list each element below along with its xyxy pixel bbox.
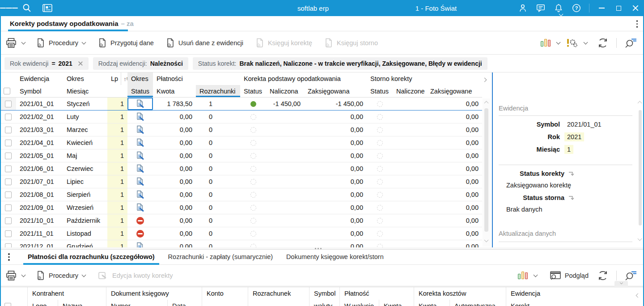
row-checkbox[interactable] [5, 153, 12, 159]
cell-rozrachunki[interactable]: 0 [196, 149, 240, 162]
cell-zaksiegowane[interactable]: 0,00 [427, 175, 482, 188]
row-checkbox[interactable] [5, 191, 12, 198]
goto-arrow-icon[interactable] [568, 195, 575, 201]
minimize-button[interactable] [593, 0, 610, 16]
cell-zaksiegowana[interactable]: 0,00 [304, 214, 367, 227]
row-checkbox[interactable] [5, 217, 12, 224]
hamburger-menu-icon[interactable] [0, 0, 18, 16]
header-miesiac[interactable]: Miesiąc [63, 85, 107, 97]
chart-icon[interactable] [541, 39, 551, 47]
bottom-chart-icon[interactable] [518, 272, 528, 279]
header-kontrahent[interactable]: Kontrahent [28, 287, 106, 300]
cell-zaksiegowane[interactable]: 0,00 [427, 98, 482, 110]
tab-dokumenty-ksiegowe[interactable]: Dokumenty księgowe korekt/storn [282, 250, 388, 265]
cell-rozrachunki[interactable]: 0 [196, 175, 240, 188]
notifications-bell-icon[interactable] [550, 0, 568, 16]
bottom-refresh-icon[interactable] [597, 270, 609, 281]
header-rozrachunki[interactable]: Rozrachunki [196, 85, 240, 97]
cell-naliczone[interactable] [393, 162, 427, 175]
header-kwota-korekta[interactable]: Kwota [414, 300, 450, 306]
cell-naliczona[interactable] [266, 136, 304, 149]
cell-naliczona[interactable] [266, 240, 304, 247]
cell-month[interactable]: Grudzień [63, 240, 107, 247]
tab-platnosci-szczegolowo[interactable]: Płatności dla rozrachunku (szczegółowo) [23, 250, 159, 265]
cell-naliczona[interactable] [266, 214, 304, 227]
tab-rozrachunki-zaplaty[interactable]: Rozrachunki - zapłaty (sumarycznie) [164, 250, 278, 265]
cell-kwota[interactable]: 0,00 [153, 136, 196, 149]
cell-symbol[interactable]: 2021/07_01 [16, 175, 63, 188]
row-checkbox[interactable] [5, 243, 12, 248]
cell-storno-status[interactable] [367, 136, 393, 149]
cell-naliczone[interactable] [393, 123, 427, 136]
cell-korekta-status[interactable] [240, 175, 266, 188]
cell-korekta-status[interactable] [240, 201, 266, 214]
cell-storno-status[interactable] [367, 201, 393, 214]
header-w-walucie[interactable]: W walucie [340, 300, 379, 306]
table-row[interactable]: 2021/05_01Maj1 0,0000,000,00 [0, 149, 482, 162]
cell-naliczone[interactable] [393, 136, 427, 149]
cell-rozrachunki[interactable]: 0 [196, 188, 240, 201]
cell-storno-status[interactable] [367, 188, 393, 201]
cell-zaksiegowana[interactable]: 0,00 [304, 175, 367, 188]
remove-filter-icon[interactable] [78, 61, 83, 66]
cell-zaksiegowane[interactable]: 0,00 [427, 110, 482, 123]
header-lp[interactable]: Lp ↑5 [107, 72, 127, 85]
header-korekta-kosztow[interactable]: Korekta kosztów [414, 287, 506, 300]
cell-storno-status[interactable] [367, 110, 393, 123]
header-logo[interactable]: Logo [28, 300, 58, 306]
search-icon[interactable] [18, 0, 36, 16]
cell-month[interactable]: Lipiec [63, 175, 107, 188]
cell-month[interactable]: Kwiecień [63, 136, 107, 149]
cell-symbol[interactable]: 2021/09_01 [16, 201, 63, 214]
alerts-chevron-icon[interactable] [584, 41, 588, 45]
cell-lp[interactable]: 1 [107, 98, 127, 110]
cell-naliczone[interactable] [393, 149, 427, 162]
cell-okres-status[interactable] [127, 123, 153, 136]
cell-rozrachunki[interactable]: 0 [196, 240, 240, 247]
header-status-korekty[interactable]: Status [240, 85, 266, 97]
row-checkbox[interactable] [5, 140, 12, 146]
table-row[interactable]: 2021/02_01Luty1 0,0000,000,00 [0, 110, 482, 123]
cell-storno-status[interactable] [367, 227, 393, 240]
cell-zaksiegowane[interactable]: 0,00 [427, 149, 482, 162]
cell-korekta-status[interactable] [240, 136, 266, 149]
cell-zaksiegowana[interactable]: -1 450,00 [304, 98, 367, 110]
cell-month[interactable]: Maj [63, 149, 107, 162]
cell-month[interactable]: Listopad [63, 227, 107, 240]
cell-symbol[interactable]: 2021/06_01 [16, 162, 63, 175]
cell-naliczona[interactable]: -1 450,00 [266, 98, 304, 110]
cell-zaksiegowane[interactable]: 0,00 [427, 188, 482, 201]
row-checkbox[interactable] [5, 127, 12, 133]
cell-okres-status[interactable] [127, 162, 153, 175]
cell-symbol[interactable]: 2021/05_01 [16, 149, 63, 162]
select-all-checkbox[interactable] [4, 88, 10, 94]
cell-month[interactable]: Marzec [63, 123, 107, 136]
cell-okres-status[interactable] [127, 214, 153, 227]
header-zaksiegowane[interactable]: Zaksięgowane [427, 85, 482, 97]
header-naliczone[interactable]: Naliczone [393, 85, 427, 97]
procedury-button[interactable]: Procedury [36, 38, 86, 48]
header-konto[interactable]: Konto [202, 287, 248, 300]
cell-naliczona[interactable] [266, 201, 304, 214]
cell-month[interactable]: Styczeń [63, 98, 107, 110]
cell-month[interactable]: Wrzesień [63, 201, 107, 214]
cell-storno-status[interactable] [367, 123, 393, 136]
cell-naliczona[interactable] [266, 162, 304, 175]
cell-naliczone[interactable] [393, 214, 427, 227]
print-options-chevron-icon[interactable] [21, 41, 25, 45]
cell-naliczone[interactable] [393, 240, 427, 247]
cell-month[interactable]: Sierpień [63, 188, 107, 201]
cell-korekta-status[interactable] [240, 123, 266, 136]
cell-rozrachunki[interactable]: 0 [196, 136, 240, 149]
cell-storno-status[interactable] [367, 98, 393, 110]
table-row[interactable]: 2021/06_01Czerwiec1 0,0000,000,00 [0, 162, 482, 175]
header-symbol[interactable]: Symbol [16, 85, 63, 97]
cell-zaksiegowana[interactable]: 0,00 [304, 110, 367, 123]
main-table-scrollbar[interactable] [483, 98, 491, 246]
header-nazwa[interactable]: Nazwa [58, 300, 106, 306]
scroll-up-icon[interactable] [484, 100, 488, 104]
cell-zaksiegowane[interactable]: 0,00 [427, 162, 482, 175]
cell-korekta-status[interactable] [240, 162, 266, 175]
cell-naliczone[interactable] [393, 227, 427, 240]
header-storno-korekty[interactable]: Storno korekty [367, 72, 482, 85]
